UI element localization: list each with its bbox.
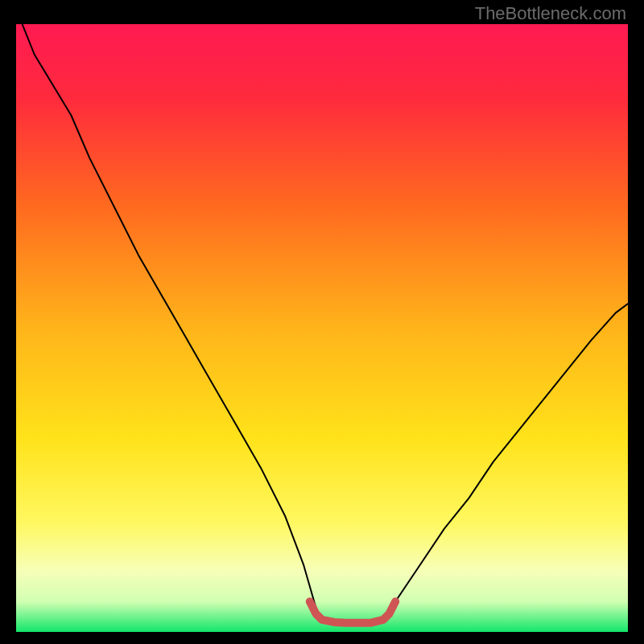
gradient-background <box>16 24 628 632</box>
outer-frame: TheBottleneck.com <box>0 0 644 644</box>
plot-area <box>16 24 628 632</box>
chart-svg <box>16 24 628 632</box>
watermark-text: TheBottleneck.com <box>475 3 626 24</box>
